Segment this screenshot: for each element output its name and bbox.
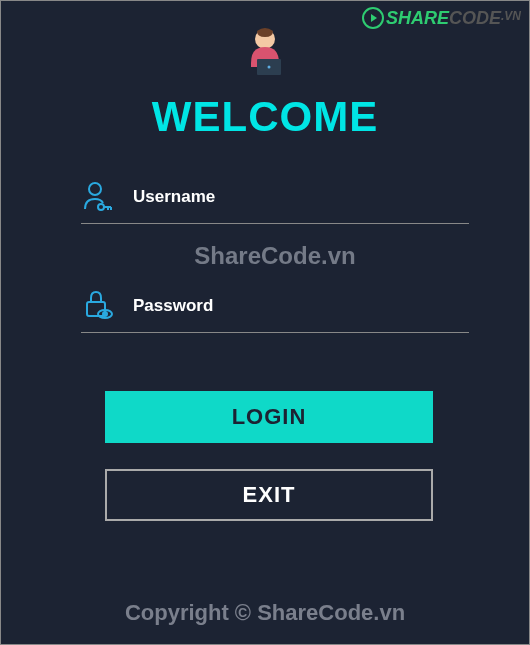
recycle-icon (362, 7, 384, 29)
welcome-heading: WELCOME (152, 93, 378, 141)
logo-text-share: SHARE (386, 8, 449, 29)
svg-point-3 (89, 183, 101, 195)
logo-text-code: CODE (449, 8, 501, 29)
copyright-footer: Copyright © ShareCode.vn (1, 600, 529, 626)
logo-text-vn: .VN (501, 9, 521, 23)
svg-point-2 (268, 66, 271, 69)
password-input[interactable] (117, 296, 469, 316)
lock-eye-icon (81, 288, 117, 324)
watermark-text: ShareCode.vn (81, 242, 469, 270)
svg-point-7 (103, 312, 107, 316)
username-input[interactable] (117, 187, 469, 207)
brand-logo-corner: SHARE CODE .VN (362, 7, 521, 29)
user-key-icon (81, 179, 117, 215)
username-field-row (81, 179, 469, 224)
password-field-row (81, 288, 469, 333)
login-button[interactable]: LOGIN (105, 391, 433, 443)
svg-point-4 (98, 204, 104, 210)
exit-button[interactable]: EXIT (105, 469, 433, 521)
login-form: ShareCode.vn LOGIN EXIT (81, 161, 469, 521)
user-avatar-icon (237, 23, 293, 79)
